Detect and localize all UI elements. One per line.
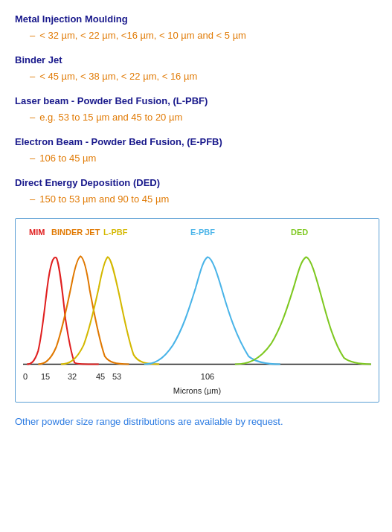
section-mim: Metal Injection Moulding –< 32 µm, < 22 … [15,12,377,42]
lpbf-title: Laser beam - Powder Bed Fusion, (L-PBF) [15,94,377,109]
x-axis-title: Microns (µm) [23,385,371,397]
binder-jet-title: Binder Jet [15,53,377,68]
chart-label-lpbf: L-PBF [103,226,127,239]
section-ded: Direct Energy Deposition (DED) –150 to 5… [15,176,377,206]
section-epbf: Electron Beam - Powder Bed Fusion, (E-PF… [15,135,377,165]
content-wrapper: Metal Injection Moulding –< 32 µm, < 22 … [15,12,377,429]
footer-text: Other powder size range distributions ar… [15,414,377,429]
epbf-detail: –106 to 45 µm [15,151,377,166]
dash-icon: – [30,151,35,166]
section-binder-jet: Binder Jet –< 45 µm, < 38 µm, < 22 µm, <… [15,53,377,83]
chart-label-mim: MIM [29,226,45,239]
chart-label-ded: DED [291,226,308,239]
section-lpbf: Laser beam - Powder Bed Fusion, (L-PBF) … [15,94,377,124]
x-tick-45: 45 [96,371,105,383]
chart-label-binder-jet: BINDER JET [51,226,100,239]
binder-jet-detail: –< 45 µm, < 38 µm, < 22 µm, < 16 µm [15,69,377,84]
x-tick-0: 0 [23,371,28,383]
epbf-title: Electron Beam - Powder Bed Fusion, (E-PF… [15,135,377,150]
chart-label-epbf: E-PBF [190,226,215,239]
x-tick-106: 106 [201,371,214,383]
chart-curves-svg [23,251,371,371]
chart-svg-area [23,251,371,371]
ded-title: Direct Energy Deposition (DED) [15,176,377,190]
mim-detail: –< 32 µm, < 22 µm, <16 µm, < 10 µm and <… [15,28,377,43]
powder-chart: MIM BINDER JET L-PBF E-PBF DED [15,218,379,403]
dash-icon: – [30,110,35,125]
x-axis-labels: 0 15 32 45 53 106 [23,371,371,384]
x-tick-15: 15 [41,371,50,383]
lpbf-detail: –e.g. 53 to 15 µm and 45 to 20 µm [15,110,377,125]
dash-icon: – [30,192,35,207]
dash-icon: – [30,28,35,43]
ded-detail: –150 to 53 µm and 90 to 45 µm [15,192,377,207]
dash-icon: – [30,69,35,84]
mim-title: Metal Injection Moulding [15,12,377,27]
x-tick-32: 32 [68,371,77,383]
x-tick-53: 53 [112,371,121,383]
